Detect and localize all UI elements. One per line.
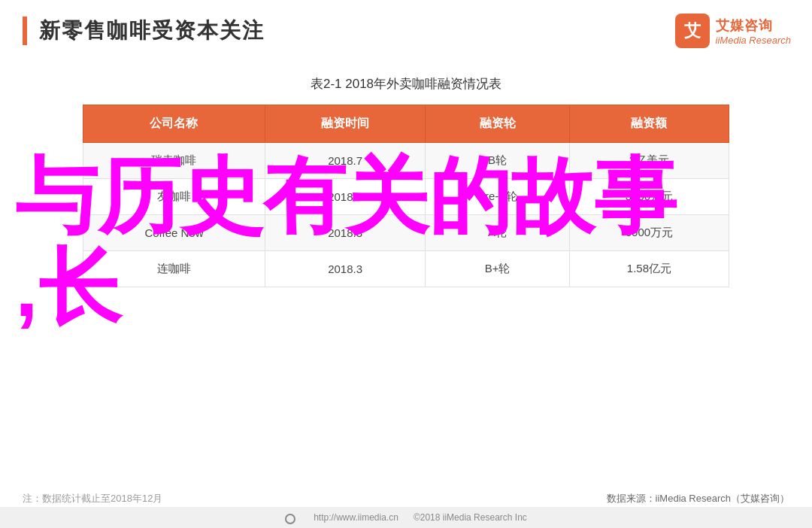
cell-amount: 3500万元: [569, 179, 729, 215]
table-header-row: 公司名称 融资时间 融资轮 融资额: [83, 105, 729, 143]
table-row: 友咖啡 2018.5 Pre-A轮 3500万元: [83, 179, 729, 215]
cell-amount: 6000万元: [569, 215, 729, 251]
page-footer: 注：数据统计截止至2018年12月 数据来源：iiMedia Research（…: [0, 492, 812, 505]
funding-table: 公司名称 融资时间 融资轮 融资额 瑞幸咖啡 2018.7 B轮 2亿美元 友咖…: [83, 105, 729, 287]
cell-company: 连咖啡: [83, 251, 265, 287]
cell-round: B轮: [426, 143, 570, 179]
cell-round: B+轮: [426, 251, 570, 287]
col-header-round: 融资轮: [426, 105, 570, 143]
col-header-amount: 融资额: [569, 105, 729, 143]
page-title: 新零售咖啡受资本关注: [39, 17, 265, 45]
cell-date: 2018.5: [265, 179, 425, 215]
cell-date: 2018.3: [265, 251, 425, 287]
footer-source: 数据来源：iiMedia Research（艾媒咨询）: [607, 492, 789, 505]
cell-company: 瑞幸咖啡: [83, 143, 265, 179]
cell-round: Pre-A轮: [426, 179, 570, 215]
cell-amount: 1.58亿元: [569, 251, 729, 287]
cell-company: 友咖啡: [83, 179, 265, 215]
header-accent-bar: [23, 17, 27, 45]
logo-icon: 艾: [675, 14, 710, 48]
cell-date: 2018.3: [265, 215, 425, 251]
cell-round: A轮: [426, 215, 570, 251]
table-row: 瑞幸咖啡 2018.7 B轮 2亿美元: [83, 143, 729, 179]
cell-company: Coffee Now: [83, 215, 265, 251]
table-caption: 表2-1 2018年外卖咖啡融资情况表: [83, 75, 729, 93]
footer-note: 注：数据统计截止至2018年12月: [23, 492, 162, 505]
col-header-company: 公司名称: [83, 105, 265, 143]
table-section: 表2-1 2018年外卖咖啡融资情况表 公司名称 融资时间 融资轮 融资额 瑞幸…: [83, 75, 729, 287]
table-row: Coffee Now 2018.3 A轮 6000万元: [83, 215, 729, 251]
bottom-bar: http://www.iimedia.cn ©2018 iiMedia Rese…: [0, 507, 812, 528]
logo-text-block: 艾媒咨询 iiMedia Research: [716, 17, 791, 46]
logo-area: 艾 艾媒咨询 iiMedia Research: [675, 14, 791, 48]
globe-icon: [285, 514, 295, 524]
bottom-copyright: ©2018 iiMedia Research Inc: [414, 512, 527, 523]
cell-date: 2018.7: [265, 143, 425, 179]
cell-amount: 2亿美元: [569, 143, 729, 179]
bottom-url: http://www.iimedia.cn: [314, 512, 398, 523]
col-header-date: 融资时间: [265, 105, 425, 143]
logo-cn: 艾媒咨询: [716, 17, 791, 35]
logo-en: iiMedia Research: [716, 35, 791, 46]
table-row: 连咖啡 2018.3 B+轮 1.58亿元: [83, 251, 729, 287]
